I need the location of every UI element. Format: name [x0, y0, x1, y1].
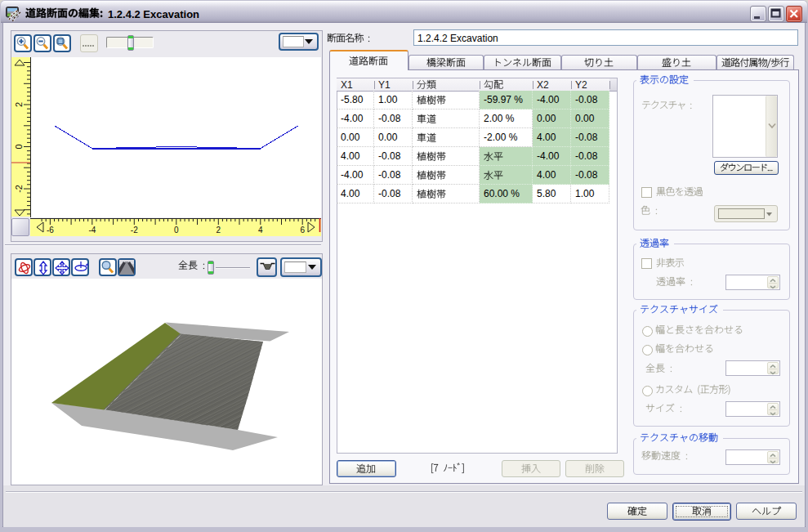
svg-text:6: 6: [300, 226, 305, 235]
svg-text:-2: -2: [131, 226, 138, 235]
svg-text:2: 2: [14, 102, 24, 107]
svg-text:-6: -6: [47, 226, 54, 235]
svg-text:0: 0: [174, 226, 179, 235]
svg-text:0: 0: [14, 144, 24, 149]
svg-text:2: 2: [216, 226, 221, 235]
svg-text:-2: -2: [14, 185, 24, 193]
svg-text:-4: -4: [88, 226, 96, 235]
svg-text:4: 4: [258, 226, 263, 235]
